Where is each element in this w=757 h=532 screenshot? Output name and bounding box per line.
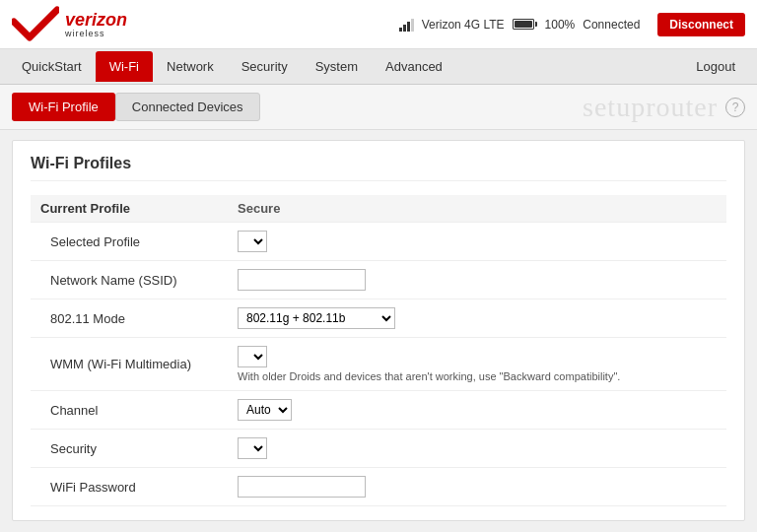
watermark-text: setuprouter: [583, 92, 718, 123]
main-content: Wi-Fi Profiles Current Profile Secure Se…: [12, 140, 745, 521]
signal-bar-2: [403, 25, 406, 32]
battery-tip: [535, 22, 537, 27]
selected-profile-cell: [228, 223, 726, 261]
verizon-checkmark-icon: [12, 6, 59, 43]
80211mode-select[interactable]: 802.11g + 802.11b 802.11n 802.11g: [238, 307, 395, 329]
network-name: Verizon 4G LTE: [422, 18, 505, 32]
connection-status: Connected: [583, 18, 640, 32]
table-row: Selected Profile: [31, 223, 726, 261]
subnav-wifi-profile[interactable]: Wi-Fi Profile: [12, 93, 115, 121]
80211mode-cell: 802.11g + 802.11b 802.11n 802.11g: [228, 299, 726, 338]
table-header-row: Current Profile Secure: [31, 195, 726, 223]
current-profile-value: Secure: [228, 195, 726, 223]
ssid-label: Network Name (SSID): [31, 261, 228, 299]
ssid-cell: [228, 261, 726, 299]
security-select[interactable]: [238, 437, 267, 459]
table-row: WiFi Password: [31, 468, 726, 506]
table-row: Security: [31, 430, 726, 468]
wmm-cell: With older Droids and devices that aren'…: [228, 338, 726, 391]
ssid-input[interactable]: [238, 269, 366, 291]
subnav-connected-devices[interactable]: Connected Devices: [115, 93, 260, 121]
wmm-note: With older Droids and devices that aren'…: [238, 370, 717, 382]
80211mode-label: 802.11 Mode: [31, 299, 228, 338]
battery-percent: 100%: [545, 18, 576, 32]
selected-profile-label: Selected Profile: [31, 223, 228, 261]
security-cell: [228, 430, 726, 468]
security-label: Security: [31, 430, 228, 468]
selected-profile-select[interactable]: [238, 231, 267, 252]
battery-icon: [513, 19, 537, 30]
wmm-select[interactable]: [238, 346, 267, 367]
table-row: Channel Auto 1 6 11: [31, 391, 726, 430]
wifi-password-input[interactable]: [238, 476, 366, 498]
wmm-label: WMM (Wi-Fi Multimedia): [31, 338, 228, 391]
settings-table: Current Profile Secure Selected Profile …: [31, 195, 726, 506]
signal-bars-icon: [399, 18, 414, 32]
nav-wifi[interactable]: Wi-Fi: [96, 51, 153, 82]
table-row: Network Name (SSID): [31, 261, 726, 299]
navbar: QuickStart Wi-Fi Network Security System…: [0, 49, 757, 85]
table-row: 802.11 Mode 802.11g + 802.11b 802.11n 80…: [31, 299, 726, 338]
table-row: WMM (Wi-Fi Multimedia) With older Droids…: [31, 338, 726, 391]
battery-body: [513, 19, 534, 30]
battery-fill: [515, 21, 532, 28]
wireless-word: wireless: [65, 30, 127, 38]
verizon-word: verizon: [65, 11, 127, 29]
channel-label: Channel: [31, 391, 228, 430]
nav-advanced[interactable]: Advanced: [372, 51, 456, 82]
brand-text: verizon wireless: [65, 11, 127, 38]
signal-bar-3: [407, 22, 410, 32]
logout-button[interactable]: Logout: [682, 51, 749, 82]
wifi-password-label: WiFi Password: [31, 468, 228, 506]
nav-system[interactable]: System: [302, 51, 372, 82]
channel-select[interactable]: Auto 1 6 11: [238, 399, 292, 421]
header-status: Verizon 4G LTE 100% Connected Disconnect: [399, 13, 745, 36]
disconnect-button[interactable]: Disconnect: [657, 13, 745, 36]
nav-network[interactable]: Network: [153, 51, 228, 82]
signal-bar-4: [411, 19, 414, 32]
nav-security[interactable]: Security: [228, 51, 302, 82]
help-icon[interactable]: ?: [725, 98, 745, 117]
logo-area: verizon wireless: [12, 6, 399, 43]
current-profile-label: Current Profile: [31, 195, 228, 223]
channel-cell: Auto 1 6 11: [228, 391, 726, 430]
signal-bar-1: [399, 28, 402, 32]
subnav: Wi-Fi Profile Connected Devices setuprou…: [0, 85, 757, 130]
nav-quickstart[interactable]: QuickStart: [8, 51, 96, 82]
header: verizon wireless Verizon 4G LTE 100% Con…: [0, 0, 757, 49]
wifi-password-cell: [228, 468, 726, 506]
verizon-logo: verizon wireless: [12, 6, 127, 43]
page-title: Wi-Fi Profiles: [31, 155, 726, 181]
